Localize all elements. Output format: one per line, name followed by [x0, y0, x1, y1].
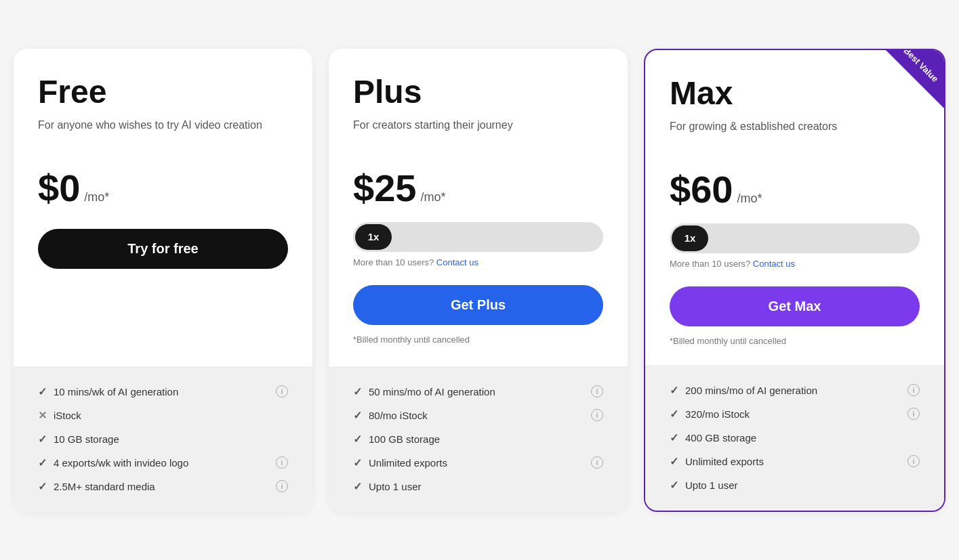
- feature-left: ✓ 2.5M+ standard media: [38, 480, 155, 493]
- feature-text: 100 GB storage: [369, 433, 440, 445]
- plan-name: Plus: [353, 73, 603, 110]
- feature-check-icon: ✓: [670, 455, 678, 468]
- slider-track[interactable]: 1x: [353, 222, 603, 252]
- plan-card-plus: Plus For creators starting their journey…: [329, 49, 628, 512]
- feature-text: Unlimited exports: [369, 457, 447, 469]
- plan-description: For growing & established creators: [670, 119, 920, 151]
- feature-text: 80/mo iStock: [369, 410, 428, 421]
- feature-item: ✓ 10 mins/wk of AI generation i: [38, 385, 288, 398]
- billed-note: *Billed monthly until cancelled: [353, 335, 603, 345]
- feature-info-icon[interactable]: i: [591, 456, 603, 469]
- feature-check-icon: ✓: [38, 480, 47, 493]
- best-value-text: Best Value: [898, 49, 943, 87]
- feature-left: ✓ Unlimited exports: [353, 456, 447, 469]
- feature-left: ✓ 320/mo iStock: [670, 408, 750, 421]
- feature-info-icon[interactable]: i: [907, 455, 920, 467]
- price-period: /mo*: [420, 190, 445, 204]
- slider-track[interactable]: 1x: [670, 223, 920, 253]
- slider-thumb-label: 1x: [685, 232, 696, 244]
- feature-check-icon: ✓: [38, 385, 47, 398]
- feature-text: Unlimited exports: [685, 456, 764, 467]
- feature-item: ✕ iStock: [38, 409, 288, 422]
- plan-features: ✓ 200 mins/mo of AI generation i ✓ 320/m…: [645, 365, 944, 511]
- feature-item: ✓ Unlimited exports i: [353, 456, 603, 469]
- feature-text: Upto 1 user: [685, 479, 738, 491]
- user-count-slider-row: 1x More than 10 users? Contact us: [353, 222, 603, 267]
- contact-us-link[interactable]: Contact us: [436, 257, 478, 267]
- feature-text: 400 GB storage: [685, 432, 756, 444]
- feature-left: ✓ Unlimited exports: [670, 455, 764, 468]
- feature-left: ✓ 4 exports/wk with invideo logo: [38, 456, 188, 469]
- feature-left: ✕ iStock: [38, 409, 81, 422]
- plan-features: ✓ 10 mins/wk of AI generation i ✕ iStock…: [14, 366, 312, 512]
- feature-check-icon: ✓: [353, 480, 362, 493]
- feature-left: ✓ 200 mins/mo of AI generation: [670, 384, 817, 397]
- feature-item: ✓ 80/mo iStock i: [353, 409, 603, 422]
- plan-name: Max: [670, 74, 920, 112]
- feature-left: ✓ Upto 1 user: [670, 479, 738, 492]
- feature-check-icon: ✓: [670, 431, 678, 444]
- feature-item: ✓ 200 mins/mo of AI generation i: [670, 384, 920, 397]
- price-period: /mo*: [84, 190, 109, 204]
- plan-description: For creators starting their journey: [353, 117, 603, 150]
- feature-item: ✓ 400 GB storage: [670, 431, 920, 444]
- feature-text: 50 mins/mo of AI generation: [369, 386, 495, 397]
- feature-left: ✓ Upto 1 user: [353, 480, 422, 493]
- feature-info-icon[interactable]: i: [276, 480, 288, 492]
- pricing-container: Free For anyone who wishes to try AI vid…: [14, 49, 945, 512]
- feature-left: ✓ 50 mins/mo of AI generation: [353, 385, 495, 398]
- more-users-text: More than 10 users? Contact us: [670, 259, 920, 269]
- feature-info-icon[interactable]: i: [907, 408, 920, 420]
- plan-price: $25 /mo*: [353, 166, 603, 210]
- plan-header: Free For anyone who wishes to try AI vid…: [14, 49, 312, 366]
- feature-info-icon[interactable]: i: [276, 385, 288, 397]
- slider-thumb: 1x: [672, 225, 708, 251]
- feature-info-icon[interactable]: i: [591, 409, 603, 421]
- feature-check-icon: ✓: [670, 479, 678, 492]
- plan-card-free: Free For anyone who wishes to try AI vid…: [14, 49, 312, 512]
- slider-thumb: 1x: [355, 224, 392, 250]
- feature-check-icon: ✓: [670, 408, 678, 421]
- feature-check-icon: ✓: [353, 409, 362, 422]
- feature-item: ✓ 100 GB storage: [353, 433, 603, 446]
- feature-check-icon: ✓: [353, 433, 362, 446]
- feature-text: 200 mins/mo of AI generation: [685, 385, 817, 396]
- cta-button-plus[interactable]: Get Plus: [353, 285, 603, 325]
- feature-left: ✓ 10 GB storage: [38, 433, 119, 446]
- feature-check-icon: ✓: [353, 385, 362, 398]
- plan-features: ✓ 50 mins/mo of AI generation i ✓ 80/mo …: [329, 366, 628, 512]
- feature-item: ✓ 4 exports/wk with invideo logo i: [38, 456, 288, 469]
- feature-text: 10 mins/wk of AI generation: [54, 386, 178, 397]
- billed-note: *Billed monthly until cancelled: [670, 336, 920, 346]
- more-users-text: More than 10 users? Contact us: [353, 257, 603, 267]
- plan-price: $0 /mo*: [38, 166, 288, 210]
- feature-text: 320/mo iStock: [685, 408, 750, 420]
- user-count-slider-row: 1x More than 10 users? Contact us: [670, 223, 920, 269]
- feature-text: 10 GB storage: [54, 433, 119, 445]
- price-period: /mo*: [737, 192, 762, 206]
- slider-thumb-label: 1x: [368, 231, 380, 242]
- feature-text: 4 exports/wk with invideo logo: [54, 457, 188, 469]
- plan-description: For anyone who wishes to try AI video cr…: [38, 117, 288, 150]
- feature-item: ✓ Upto 1 user: [353, 480, 603, 493]
- feature-info-icon[interactable]: i: [907, 384, 920, 396]
- price-amount: $0: [38, 166, 80, 210]
- cta-button-max[interactable]: Get Max: [670, 286, 920, 326]
- feature-info-icon[interactable]: i: [591, 385, 603, 397]
- feature-info-icon[interactable]: i: [276, 456, 288, 469]
- cta-button-free[interactable]: Try for free: [38, 229, 288, 269]
- plan-header: Plus For creators starting their journey…: [329, 49, 628, 366]
- feature-check-icon: ✓: [38, 456, 47, 469]
- feature-item: ✓ 10 GB storage: [38, 433, 288, 446]
- feature-item: ✓ 50 mins/mo of AI generation i: [353, 385, 603, 398]
- feature-check-icon: ✓: [670, 384, 678, 397]
- feature-check-icon: ✓: [353, 456, 362, 469]
- feature-item: ✓ Unlimited exports i: [670, 455, 920, 468]
- price-amount: $25: [353, 166, 416, 210]
- best-value-badge: Best Value: [884, 49, 945, 110]
- feature-item: ✓ Upto 1 user: [670, 479, 920, 492]
- contact-us-link[interactable]: Contact us: [753, 259, 795, 269]
- feature-left: ✓ 10 mins/wk of AI generation: [38, 385, 178, 398]
- plan-name: Free: [38, 73, 288, 110]
- plan-card-max: Best Value Max For growing & established…: [644, 49, 945, 512]
